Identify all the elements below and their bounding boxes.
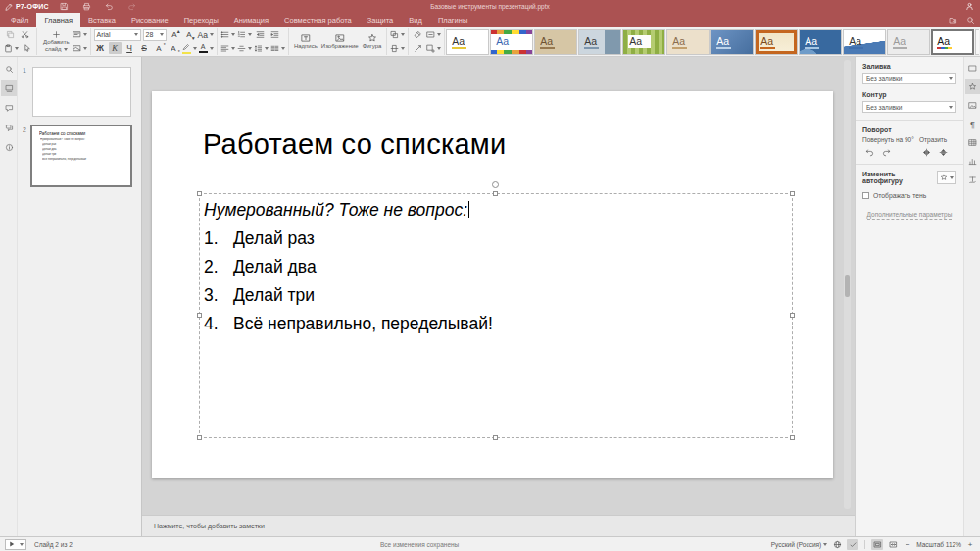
decrease-indent-button[interactable] [254,29,267,41]
replace-button[interactable] [426,42,441,54]
start-slideshow-button[interactable] [5,539,26,550]
tab-collaboration[interactable]: Совместная работа [276,13,360,27]
select-tool-button[interactable] [21,42,33,54]
strikethrough-button[interactable]: S [138,42,151,54]
copy-button[interactable] [4,29,17,41]
theme-thumbnail-12-selected[interactable]: Aa [931,29,974,55]
resize-handle-bottom-left[interactable] [197,435,202,440]
slide-layout-button[interactable] [73,29,87,41]
horizontal-align-button[interactable] [220,42,235,54]
paste-button[interactable] [4,42,19,54]
change-case-button[interactable]: Aa [198,29,214,41]
theme-thumbnail-4[interactable]: Aa [578,29,621,55]
redo-button[interactable] [125,1,139,13]
increase-font-button[interactable]: A▲ [169,29,181,41]
superscript-button[interactable]: A* [153,42,166,54]
tab-transitions[interactable]: Переходы [176,13,226,27]
tab-animation[interactable]: Анимация [226,13,276,27]
theme-thumbnail-2[interactable]: Aa [490,29,533,55]
font-size-select[interactable]: 28 [143,29,167,41]
slide-theme-button[interactable] [73,42,87,54]
fit-slide-icon[interactable] [871,539,883,550]
show-shadow-checkbox[interactable] [862,192,869,199]
numbered-list-button[interactable] [237,29,252,41]
slides-panel-icon[interactable] [1,80,17,96]
highlight-color-button[interactable] [182,42,197,54]
stroke-select[interactable]: Без заливки [862,101,956,113]
theme-thumbnail-11[interactable]: Aa [887,29,930,55]
rotate-right-button[interactable] [879,146,893,159]
open-file-location-icon[interactable] [949,16,957,25]
slide-settings-icon[interactable] [965,61,980,75]
theme-thumbnail-10[interactable]: Aa [843,29,886,55]
bold-button[interactable]: Ж [94,42,107,54]
comments-panel-icon[interactable] [1,100,17,116]
tab-home[interactable]: Главная [36,13,80,27]
zoom-out-button[interactable]: − [903,540,912,549]
rotate-left-button[interactable] [862,146,876,159]
language-selector[interactable]: Русский (Россия) [771,541,828,548]
increase-indent-button[interactable] [269,29,281,41]
list-item-3[interactable]: 3.Делай три [204,281,792,310]
list-item-1[interactable]: 1.Делай раз [204,225,792,253]
paragraph-settings-icon[interactable]: ¶ [965,117,980,131]
tab-draw[interactable]: Рисование [123,13,176,27]
decrease-font-button[interactable]: A▼ [183,29,196,41]
slide-title-text[interactable]: Работаем со списками [203,128,506,161]
spellcheck-toggle-icon[interactable] [847,539,858,550]
columns-button[interactable] [270,42,285,54]
fit-width-icon[interactable] [887,539,899,550]
zoom-in-button[interactable]: + [965,540,975,549]
show-shadow-checkbox-row[interactable]: Отображать тень [862,192,956,199]
vertical-align-button[interactable] [237,42,252,54]
flip-horizontal-button[interactable] [919,146,933,159]
chat-panel-icon[interactable] [1,120,17,135]
tab-plugins[interactable]: Плагины [430,13,475,27]
theme-thumbnail-5[interactable]: Aa [622,29,665,55]
theme-thumbnail-9[interactable]: Aa [799,29,842,55]
tab-protection[interactable]: Защита [360,13,402,27]
shape-settings-icon[interactable] [965,79,980,94]
arrange-shape-button[interactable] [390,29,405,41]
rotate-handle[interactable] [492,181,499,188]
resize-handle-middle-right[interactable] [790,313,795,318]
find-panel-icon[interactable] [1,61,17,76]
underline-button[interactable]: Ч [123,42,136,54]
subscript-button[interactable]: A* [168,42,180,54]
content-textbox-selected[interactable]: Нумерованный? Тоже не вопрос: 1.Делай ра… [199,193,793,438]
slide-size-button[interactable] [426,29,441,41]
document-language-icon[interactable] [831,539,843,550]
resize-handle-top-right[interactable] [790,191,795,196]
advanced-settings-link[interactable]: Дополнительные параметры [862,211,956,218]
fill-select[interactable]: Без заливки [862,73,956,84]
align-shape-button[interactable] [390,42,405,54]
editor-canvas[interactable]: Работаем со списками Нумерованный? Тоже … [142,57,855,515]
flip-vertical-button[interactable] [936,146,950,159]
theme-thumbnail-1[interactable]: Aa [446,29,489,55]
font-name-select[interactable]: Arial [94,29,141,41]
slide-1-thumbnail[interactable] [32,67,131,117]
user-account-icon[interactable] [963,1,975,12]
insert-shape-button[interactable]: Фигура [361,28,384,55]
resize-handle-top-left[interactable] [197,191,202,196]
vertical-scrollbar-thumb[interactable] [845,276,850,297]
lead-line[interactable]: Нумерованный? Тоже не вопрос: [204,196,792,225]
table-settings-icon[interactable] [965,135,980,150]
slide-canvas[interactable]: Работаем со списками Нумерованный? Тоже … [152,91,833,478]
theme-thumbnail-3[interactable]: Aa [534,29,577,55]
resize-handle-bottom-right[interactable] [790,435,795,440]
font-color-button[interactable]: А [199,42,214,54]
undo-button[interactable] [103,1,117,13]
list-item-2[interactable]: 2.Делай два [204,253,792,281]
theme-thumbnail-6[interactable]: Aa [666,29,710,55]
slide-2-thumbnail[interactable]: Работаем со списками Нумерованный? Тоже … [30,125,132,187]
chart-settings-icon[interactable] [965,154,980,169]
resize-handle-middle-left[interactable] [197,313,202,318]
image-settings-icon[interactable] [965,98,980,113]
textart-settings-icon[interactable] [965,173,980,187]
clear-style-button[interactable] [412,29,424,41]
save-button[interactable] [58,1,72,13]
search-icon[interactable] [966,16,975,25]
insert-textbox-button[interactable]: Надпись [292,28,319,55]
italic-button[interactable]: К [109,42,122,54]
